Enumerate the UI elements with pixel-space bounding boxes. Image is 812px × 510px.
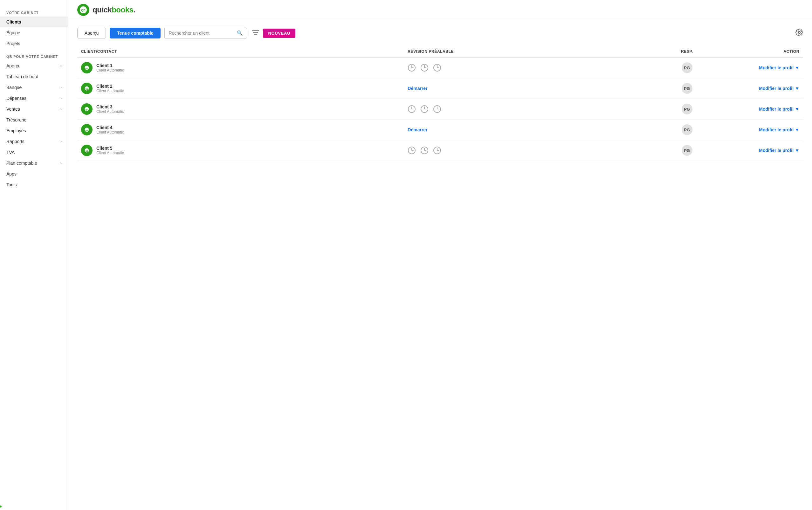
- sidebar-item-ventes[interactable]: Ventes ›: [0, 104, 68, 114]
- qb-logo-icon: QB: [77, 4, 89, 16]
- sidebar-item-equipe[interactable]: Équipe: [0, 27, 68, 38]
- clock-icon: [408, 64, 416, 72]
- modify-profile-link[interactable]: Modifier le profil: [759, 86, 793, 91]
- dropdown-arrow-icon[interactable]: ▼: [793, 65, 799, 70]
- sidebar-item-apercu[interactable]: Aperçu ›: [0, 60, 68, 71]
- client-type: Client Automatic: [96, 68, 124, 73]
- resp-badge: PG: [682, 104, 692, 114]
- clock-icon: [408, 146, 416, 154]
- qb-avatar-icon: QB: [83, 64, 90, 71]
- clock-icon: [433, 64, 441, 72]
- clock-icon: [420, 64, 429, 72]
- table-row: QB Client 1 Client Automatic: [77, 57, 803, 78]
- resp-badge: PG: [682, 62, 692, 73]
- sidebar-item-label: Équipe: [6, 30, 20, 35]
- demarrer-link[interactable]: Démarrer: [408, 86, 427, 91]
- col-header-action: ACTION: [716, 46, 803, 57]
- sidebar-item-label: Banque: [6, 85, 22, 90]
- sidebar-item-clients[interactable]: Clients: [0, 17, 68, 27]
- col-header-client: CLIENT/CONTACT: [77, 46, 404, 57]
- svg-text:QB: QB: [86, 88, 89, 90]
- chevron-right-icon: ›: [60, 161, 62, 165]
- sidebar-item-employes[interactable]: Employés: [0, 125, 68, 136]
- sidebar-item-rapports[interactable]: Rapports ›: [0, 136, 68, 147]
- client-name: Client 1: [96, 63, 124, 68]
- modify-profile-link[interactable]: Modifier le profil: [759, 107, 793, 112]
- filter-icon[interactable]: [252, 30, 259, 37]
- revision-cell[interactable]: Démarrer: [408, 86, 654, 91]
- sidebar-item-tva[interactable]: TVA: [0, 147, 68, 158]
- page-content: Aperçu Tenue comptable 🔍 NOUVEAU: [68, 20, 812, 510]
- revision-cell: [408, 64, 654, 72]
- client-avatar: QB: [81, 83, 92, 94]
- action-cell: Modifier le profil ▼: [720, 107, 799, 112]
- sidebar-item-label: Apps: [6, 171, 17, 176]
- app-header: QB quickbooks.: [68, 0, 812, 20]
- client-cell: QB Client 1 Client Automatic: [81, 62, 400, 74]
- svg-text:QB: QB: [86, 150, 89, 152]
- sidebar-item-plan-comptable[interactable]: Plan comptable ›: [0, 158, 68, 169]
- green-indicator: [0, 506, 2, 507]
- search-icon: 🔍: [237, 30, 243, 36]
- client-name: Client 4: [96, 125, 124, 130]
- modify-profile-link[interactable]: Modifier le profil: [759, 127, 793, 132]
- sidebar-item-apps[interactable]: Apps: [0, 169, 68, 179]
- client-cell: QB Client 5 Client Automatic: [81, 145, 400, 156]
- svg-text:QB: QB: [86, 67, 89, 69]
- action-cell: Modifier le profil ▼: [720, 127, 799, 132]
- chevron-right-icon: ›: [60, 139, 62, 144]
- table-row: QB Client 4 Client Automatic Démarrer PG…: [77, 119, 803, 140]
- qb-avatar-icon: QB: [83, 147, 90, 154]
- search-input[interactable]: [169, 30, 234, 36]
- revision-cell[interactable]: Démarrer: [408, 127, 654, 132]
- sidebar-section-qb: QB POUR VOTRE CABINET: [0, 49, 68, 60]
- sidebar-item-projets[interactable]: Projets: [0, 38, 68, 49]
- demarrer-link[interactable]: Démarrer: [408, 127, 427, 132]
- action-cell: Modifier le profil ▼: [720, 148, 799, 153]
- svg-point-6: [798, 31, 800, 33]
- svg-text:QB: QB: [81, 8, 86, 12]
- client-info: Client 1 Client Automatic: [96, 63, 124, 73]
- client-cell: QB Client 2 Client Automatic: [81, 83, 400, 94]
- qb-avatar-icon: QB: [83, 106, 90, 113]
- resp-badge: PG: [682, 124, 692, 135]
- modify-profile-link[interactable]: Modifier le profil: [759, 65, 793, 70]
- table-row: QB Client 3 Client Automatic: [77, 99, 803, 119]
- client-name: Client 2: [96, 84, 124, 89]
- dropdown-arrow-icon[interactable]: ▼: [793, 86, 799, 91]
- resp-badge: PG: [682, 83, 692, 94]
- sidebar-item-depenses[interactable]: Dépenses ›: [0, 93, 68, 104]
- modify-profile-link[interactable]: Modifier le profil: [759, 148, 793, 153]
- chevron-right-icon: ›: [60, 64, 62, 68]
- search-box[interactable]: 🔍: [164, 28, 247, 38]
- tab-tenue-comptable[interactable]: Tenue comptable: [110, 28, 161, 38]
- nouveau-button[interactable]: NOUVEAU: [263, 29, 295, 38]
- quickbooks-logo: QB quickbooks.: [77, 4, 136, 16]
- dropdown-arrow-icon[interactable]: ▼: [793, 127, 799, 132]
- sidebar-item-tableau-de-bord[interactable]: Tableau de bord: [0, 71, 68, 82]
- sidebar-item-label: Tableau de bord: [6, 74, 38, 79]
- dropdown-arrow-icon[interactable]: ▼: [793, 107, 799, 112]
- client-avatar: QB: [81, 103, 92, 115]
- client-avatar: QB: [81, 124, 92, 136]
- svg-text:QB: QB: [86, 130, 89, 131]
- sidebar-item-label: Plan comptable: [6, 161, 37, 166]
- chevron-right-icon: ›: [60, 107, 62, 111]
- sidebar-item-label: Clients: [6, 20, 21, 25]
- clock-icon: [420, 105, 429, 113]
- clock-icon: [433, 105, 441, 113]
- qb-avatar-icon: QB: [83, 85, 90, 92]
- settings-icon[interactable]: [795, 29, 803, 38]
- action-cell: Modifier le profil ▼: [720, 86, 799, 91]
- dropdown-arrow-icon[interactable]: ▼: [793, 148, 799, 153]
- sidebar-item-banque[interactable]: Banque ›: [0, 82, 68, 93]
- client-info: Client 3 Client Automatic: [96, 104, 124, 114]
- sidebar-item-tresorerie[interactable]: Trésorerie: [0, 114, 68, 125]
- tab-apercu[interactable]: Aperçu: [77, 28, 106, 38]
- client-cell: QB Client 4 Client Automatic: [81, 124, 400, 136]
- table-row: QB Client 5 Client Automatic: [77, 140, 803, 161]
- client-name: Client 5: [96, 146, 124, 151]
- sidebar-section-votre-cabinet: VOTRE CABINET: [0, 5, 68, 17]
- sidebar-item-tools[interactable]: Tools: [0, 179, 68, 190]
- chevron-right-icon: ›: [60, 96, 62, 101]
